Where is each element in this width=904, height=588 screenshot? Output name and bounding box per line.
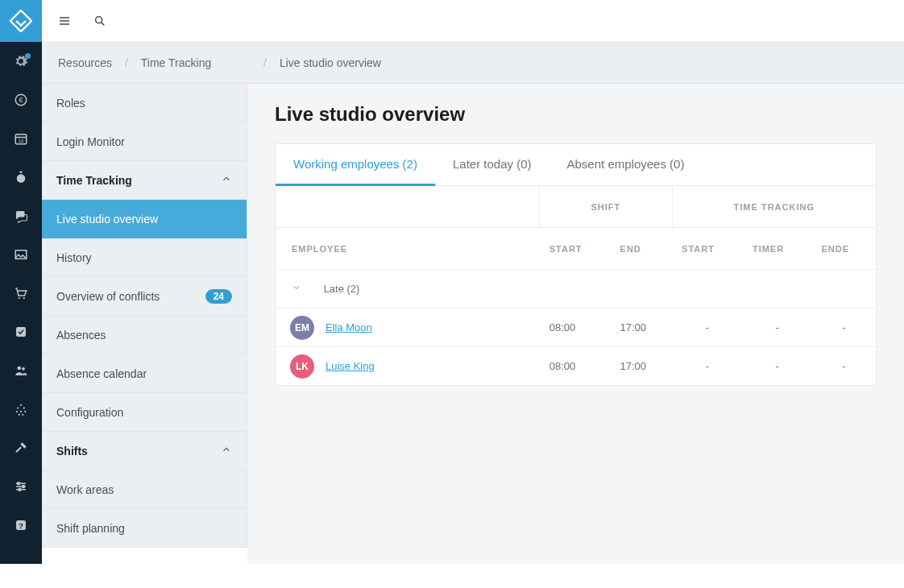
col-track-end: ENDE	[812, 228, 877, 270]
svg-point-25	[18, 482, 20, 485]
svg-point-21	[22, 414, 23, 416]
sidebar-item-configuration[interactable]: Configuration	[42, 393, 247, 432]
cell-shift-end: 17:00	[611, 347, 673, 386]
svg-point-26	[23, 486, 25, 488]
search-icon	[93, 14, 106, 27]
tabs: Working employees (2)Later today (0)Abse…	[275, 143, 877, 185]
sidebar-badge: 24	[205, 289, 232, 304]
sidebar-item-absences[interactable]: Absences	[42, 316, 247, 354]
cell-track-start: -	[672, 347, 743, 386]
page-title: Live studio overview	[275, 103, 877, 126]
sidebar-item-login-monitor[interactable]: Login Monitor	[42, 122, 247, 161]
svg-point-16	[23, 407, 25, 408]
chevron-up-icon	[221, 173, 232, 187]
breadcrumb-resources[interactable]: Resources	[58, 56, 112, 69]
col-shift-end: END	[611, 228, 673, 270]
sidebar-item-shifts[interactable]: Shifts	[42, 432, 247, 470]
search-button[interactable]	[93, 14, 106, 27]
sidebar-item-label: Work areas	[56, 483, 114, 496]
svg-text:€: €	[19, 96, 23, 104]
svg-point-9	[19, 297, 20, 299]
help-icon: ?	[14, 518, 28, 532]
col-group-shift: SHIFT	[540, 186, 672, 228]
sidebar-item-overview-of-conflicts[interactable]: Overview of conflicts24	[42, 277, 247, 316]
breadcrumb-sep: /	[125, 56, 128, 69]
cell-track-timer: -	[743, 308, 812, 347]
tab-later-today-[interactable]: Later today (0)	[435, 144, 549, 185]
sidebar-item-absence-calendar[interactable]: Absence calendar	[42, 354, 247, 393]
sidebar-item-label: Configuration	[56, 406, 123, 419]
sidebar-item-work-areas[interactable]: Work areas	[42, 470, 247, 509]
sidebar-item-shift-planning[interactable]: Shift planning	[42, 509, 247, 548]
sidebar: RolesLogin MonitorTime TrackingLive stud…	[42, 84, 247, 548]
rail-item-chat[interactable]	[0, 197, 42, 235]
notification-dot	[25, 53, 31, 59]
rail-item-gear[interactable]	[0, 42, 42, 81]
network-icon	[14, 402, 28, 416]
employee-link[interactable]: Ella Moon	[326, 321, 372, 333]
breadcrumb-left: Resources / Time Tracking	[42, 42, 247, 84]
app-logo[interactable]	[0, 0, 42, 42]
svg-point-19	[24, 411, 26, 412]
tab-absent-employees-[interactable]: Absent employees (0)	[549, 144, 703, 185]
sidebar-item-label: Live studio overview	[56, 213, 158, 226]
col-shift-start: START	[540, 228, 611, 270]
svg-point-6	[17, 174, 26, 183]
sidebar-item-live-studio-overview[interactable]: Live studio overview	[42, 200, 247, 238]
rail-item-image[interactable]	[0, 235, 42, 274]
svg-point-15	[17, 407, 19, 408]
svg-rect-0	[10, 10, 31, 31]
rail-item-network[interactable]	[0, 390, 42, 429]
col-track-start: START	[672, 228, 743, 270]
table-row: EMElla Moon08:0017:00---	[276, 308, 877, 347]
sidebar-item-roles[interactable]: Roles	[42, 84, 247, 122]
employee-link[interactable]: Luise King	[326, 360, 375, 372]
breadcrumb-sep: /	[263, 56, 267, 69]
menu-toggle-button[interactable]	[58, 14, 71, 27]
svg-rect-11	[16, 327, 26, 337]
col-group-tracking: TIME TRACKING	[672, 186, 876, 228]
cell-shift-start: 08:00	[540, 347, 611, 386]
col-employee: EMPLOYEE	[276, 228, 540, 270]
rail-item-hammer[interactable]	[0, 429, 42, 467]
table-section-row[interactable]: Late (2)	[276, 270, 877, 308]
hamburger-icon	[58, 14, 71, 27]
svg-point-14	[20, 404, 22, 406]
svg-point-13	[22, 367, 25, 371]
svg-point-10	[23, 297, 25, 299]
rail-item-check[interactable]	[0, 313, 42, 351]
sidebar-item-label: Absences	[56, 329, 106, 342]
sidebar-item-label: Login Monitor	[56, 135, 125, 148]
sidebar-item-time-tracking[interactable]: Time Tracking	[42, 161, 247, 200]
chevron-down-icon	[292, 283, 301, 295]
sidebar-item-history[interactable]: History	[42, 238, 247, 277]
sidebar-item-label: Overview of conflicts	[56, 290, 160, 303]
sidebar-item-label: Time Tracking	[56, 174, 132, 187]
tab-working-employees-[interactable]: Working employees (2)	[276, 144, 435, 186]
svg-point-20	[19, 414, 20, 416]
svg-point-17	[16, 411, 18, 412]
svg-point-12	[18, 366, 22, 371]
check-square-icon	[14, 325, 28, 339]
image-icon	[14, 247, 28, 262]
breadcrumb-timetracking[interactable]: Time Tracking	[141, 56, 211, 69]
cell-shift-start: 08:00	[540, 308, 611, 347]
col-track-timer: TIMER	[743, 228, 812, 270]
cell-track-end: -	[812, 347, 877, 386]
sidebar-item-label: History	[56, 251, 92, 264]
chevron-up-icon	[221, 444, 232, 458]
sidebar-item-label: Absence calendar	[56, 367, 147, 380]
rail-item-sliders[interactable]	[0, 467, 42, 506]
logo-diamond-icon	[10, 10, 32, 32]
rail-item-users[interactable]	[0, 351, 42, 390]
employee-table: SHIFT TIME TRACKING EMPLOYEE START END S…	[275, 185, 877, 386]
rail-item-euro[interactable]: €	[0, 81, 42, 119]
rail-item-stopwatch[interactable]	[0, 158, 42, 197]
rail-item-help[interactable]: ?	[0, 506, 42, 545]
svg-line-34	[102, 22, 105, 25]
rail-item-cart[interactable]	[0, 274, 42, 313]
euro-icon: €	[14, 93, 28, 107]
svg-rect-7	[20, 172, 23, 173]
cell-track-timer: -	[743, 347, 812, 386]
rail-item-calendar[interactable]: 12	[0, 119, 42, 158]
